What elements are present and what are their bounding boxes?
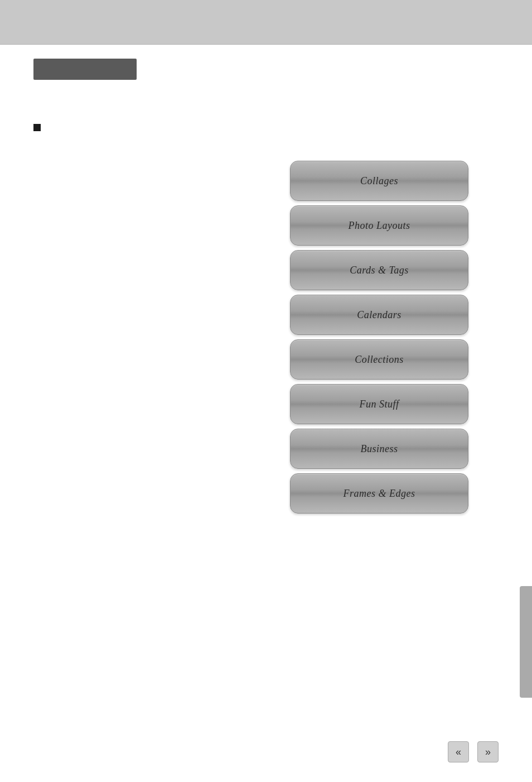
- header-bar: [0, 0, 532, 45]
- menu-button-collections[interactable]: Collections: [290, 339, 468, 380]
- menu-button-fun-stuff[interactable]: Fun Stuff: [290, 384, 468, 424]
- menu-label-photo-layouts: Photo Layouts: [348, 220, 410, 232]
- menu-label-cards-tags: Cards & Tags: [350, 265, 409, 276]
- next-button[interactable]: »: [477, 741, 499, 762]
- menu-label-fun-stuff: Fun Stuff: [360, 399, 399, 410]
- menu-button-frames-edges[interactable]: Frames & Edges: [290, 473, 468, 514]
- menu-button-collages[interactable]: Collages: [290, 161, 468, 201]
- menu-button-business[interactable]: Business: [290, 429, 468, 469]
- menu-button-cards-tags[interactable]: Cards & Tags: [290, 250, 468, 290]
- top-label-block: [33, 59, 137, 80]
- menu-label-frames-edges: Frames & Edges: [344, 488, 415, 500]
- menu-label-business: Business: [361, 443, 398, 455]
- menu-label-calendars: Calendars: [357, 309, 402, 321]
- right-side-tab: [520, 586, 532, 698]
- menu-container: CollagesPhoto LayoutsCards & TagsCalenda…: [290, 161, 468, 514]
- bullet-point: [33, 124, 41, 131]
- menu-label-collections: Collections: [355, 354, 404, 366]
- prev-button[interactable]: «: [448, 741, 469, 762]
- menu-button-photo-layouts[interactable]: Photo Layouts: [290, 205, 468, 246]
- navigation-arrows: « »: [448, 741, 499, 762]
- menu-label-collages: Collages: [360, 175, 398, 187]
- menu-button-calendars[interactable]: Calendars: [290, 295, 468, 335]
